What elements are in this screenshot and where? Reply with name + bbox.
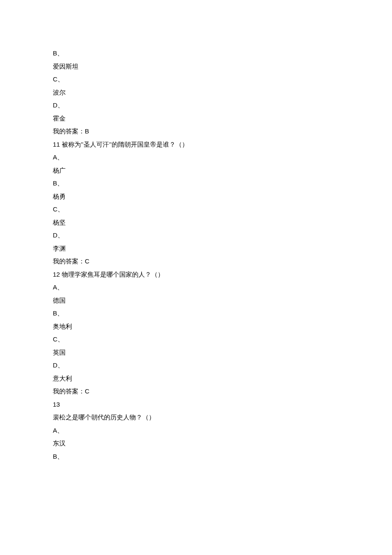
option-text: 杨勇 bbox=[53, 193, 66, 200]
text-line: 意大利 bbox=[53, 372, 392, 385]
option-letter: A bbox=[53, 283, 57, 291]
text-line: 霍金 bbox=[53, 112, 392, 125]
option-letter: D bbox=[53, 231, 58, 239]
text-line: C、 bbox=[53, 333, 392, 346]
document-content: B、爱因斯坦C、波尔D、霍金我的答案：B11 被称为"圣人可汗"的隋朝开国皇帝是… bbox=[53, 47, 392, 463]
answer-prefix: 我的答案： bbox=[53, 128, 85, 135]
text-line: 裴松之是哪个朝代的历史人物？（） bbox=[53, 411, 392, 424]
text-line: A、 bbox=[53, 281, 392, 294]
text-line: 德国 bbox=[53, 294, 392, 307]
text-line: B、 bbox=[53, 47, 392, 60]
text-line: 英国 bbox=[53, 346, 392, 359]
option-text: 霍金 bbox=[53, 115, 66, 122]
option-punct: 、 bbox=[57, 50, 63, 57]
option-letter: D bbox=[53, 361, 58, 369]
option-text: 杨坚 bbox=[53, 219, 66, 226]
option-text: 爱因斯坦 bbox=[53, 63, 78, 70]
option-punct: 、 bbox=[57, 154, 63, 161]
question-text: 裴松之是哪个朝代的历史人物？（） bbox=[53, 414, 155, 421]
option-text: 波尔 bbox=[53, 89, 66, 96]
text-line: B、 bbox=[53, 307, 392, 320]
option-text: 东汉 bbox=[53, 440, 66, 447]
option-text: 德国 bbox=[53, 297, 66, 304]
option-punct: 、 bbox=[57, 284, 63, 291]
option-letter: A bbox=[53, 427, 57, 434]
text-line: 李渊 bbox=[53, 242, 392, 255]
option-punct: 、 bbox=[58, 232, 64, 239]
option-letter: C bbox=[53, 75, 58, 83]
question-text: 物理学家焦耳是哪个国家的人？（） bbox=[62, 271, 164, 278]
answer-prefix: 我的答案： bbox=[53, 258, 85, 265]
answer-prefix: 我的答案： bbox=[53, 388, 85, 395]
text-line: B、 bbox=[53, 177, 392, 190]
text-line: D、 bbox=[53, 229, 392, 242]
option-punct: 、 bbox=[57, 310, 63, 317]
text-line: 杨坚 bbox=[53, 216, 392, 229]
option-text: 杨广 bbox=[53, 167, 66, 174]
answer-value: C bbox=[85, 387, 89, 395]
text-line: 爱因斯坦 bbox=[53, 60, 392, 73]
option-letter: B bbox=[53, 309, 57, 317]
option-punct: 、 bbox=[58, 206, 64, 213]
text-line: 东汉 bbox=[53, 437, 392, 450]
option-letter: A bbox=[53, 153, 57, 161]
option-punct: 、 bbox=[58, 362, 64, 369]
text-line: A、 bbox=[53, 151, 392, 164]
option-punct: 、 bbox=[57, 453, 63, 460]
text-line: C、 bbox=[53, 73, 392, 86]
option-punct: 、 bbox=[57, 180, 63, 187]
option-text: 李渊 bbox=[53, 245, 66, 252]
text-line: C、 bbox=[53, 203, 392, 216]
question-number: 13 bbox=[53, 401, 60, 408]
text-line: 杨广 bbox=[53, 164, 392, 177]
option-punct: 、 bbox=[58, 102, 64, 109]
question-number: 12 bbox=[53, 271, 62, 278]
text-line: 奥地利 bbox=[53, 320, 392, 333]
text-line: A、 bbox=[53, 424, 392, 437]
option-letter: C bbox=[53, 335, 58, 343]
answer-value: B bbox=[85, 127, 89, 135]
text-line: 12 物理学家焦耳是哪个国家的人？（） bbox=[53, 268, 392, 281]
text-line: 11 被称为"圣人可汗"的隋朝开国皇帝是谁？（） bbox=[53, 138, 392, 151]
text-line: B、 bbox=[53, 450, 392, 463]
text-line: 我的答案：C bbox=[53, 385, 392, 398]
question-text: 被称为"圣人可汗"的隋朝开国皇帝是谁？（） bbox=[62, 141, 188, 148]
option-letter: C bbox=[53, 205, 58, 213]
option-text: 英国 bbox=[53, 349, 66, 356]
option-text: 奥地利 bbox=[53, 323, 72, 330]
option-letter: B bbox=[53, 453, 57, 460]
option-punct: 、 bbox=[58, 336, 64, 343]
question-number: 11 bbox=[53, 141, 62, 148]
answer-value: C bbox=[85, 257, 89, 265]
option-letter: D bbox=[53, 101, 58, 109]
text-line: D、 bbox=[53, 359, 392, 372]
option-punct: 、 bbox=[57, 427, 63, 434]
text-line: 我的答案：B bbox=[53, 125, 392, 138]
text-line: 13 bbox=[53, 398, 392, 411]
option-letter: B bbox=[53, 179, 57, 187]
text-line: 我的答案：C bbox=[53, 255, 392, 268]
text-line: 波尔 bbox=[53, 86, 392, 99]
text-line: 杨勇 bbox=[53, 190, 392, 203]
text-line: D、 bbox=[53, 99, 392, 112]
option-letter: B bbox=[53, 49, 57, 57]
option-punct: 、 bbox=[58, 76, 64, 83]
option-text: 意大利 bbox=[53, 375, 72, 382]
